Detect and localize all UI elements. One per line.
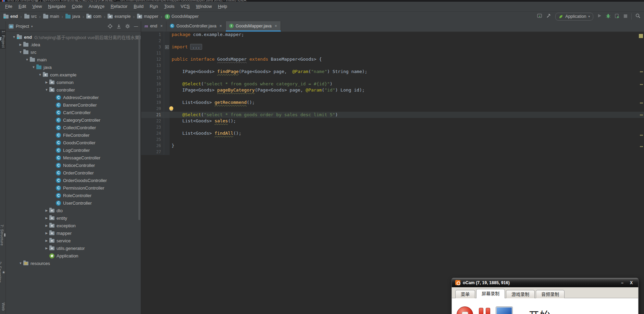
- code-line[interactable]: 21 @Select("select * from goods order by…: [141, 112, 644, 118]
- settings-gear-icon[interactable]: [125, 24, 130, 29]
- tree-row-messagecontroller[interactable]: CMessageController: [6, 154, 141, 161]
- tool-stripe-web[interactable]: Web: [0, 302, 5, 312]
- tree-row-main[interactable]: ▼main: [6, 56, 141, 63]
- menu-item-tools[interactable]: Tools: [161, 2, 177, 11]
- menu-item-file[interactable]: File: [2, 2, 15, 11]
- warning-stripe-mark[interactable]: [640, 84, 643, 85]
- tree-row-addresscontroller[interactable]: CAddressController: [6, 94, 141, 101]
- ocam-tab-menu[interactable]: 菜单: [455, 290, 475, 298]
- menu-item-build[interactable]: Build: [131, 2, 147, 11]
- tree-expand-arrow[interactable]: ▼: [37, 73, 43, 76]
- tree-expand-arrow[interactable]: ▼: [18, 50, 23, 54]
- tree-row-categorycontroller[interactable]: CCategoryController: [6, 116, 141, 124]
- tree-row-resources[interactable]: ▼resources: [6, 259, 141, 267]
- breadcrumb-item-java[interactable]: java: [65, 13, 81, 20]
- code-line[interactable]: 22 List<Goods> sales();: [141, 118, 644, 124]
- tree-row-src[interactable]: ▼src: [6, 48, 141, 56]
- tool-stripe-favorites[interactable]: ★ 2: Favorites: [0, 261, 5, 284]
- tree-row-utils.generator[interactable]: ▶utils.generator: [6, 244, 141, 252]
- code-line[interactable]: 25: [141, 136, 644, 143]
- project-panel-title[interactable]: Project ▾: [9, 24, 33, 29]
- tree-row-goodscontroller[interactable]: CGoodsController: [6, 139, 141, 146]
- tool-windows-icon[interactable]: [537, 13, 542, 20]
- tree-scrollbar[interactable]: [138, 35, 140, 220]
- tree-row-filecontroller[interactable]: CFileController: [6, 131, 141, 139]
- tree-row-bannercontroller[interactable]: CBannerController: [6, 101, 141, 109]
- tab-end[interactable]: m end ×: [141, 21, 166, 32]
- record-stop-button[interactable]: [457, 306, 473, 314]
- tree-row-entity[interactable]: ▶entity: [6, 214, 141, 222]
- code-line[interactable]: 13: [141, 62, 644, 69]
- ocam-tab-screen-record[interactable]: 屏幕录制: [476, 289, 505, 298]
- code-line[interactable]: 11: [141, 50, 644, 56]
- close-icon[interactable]: ×: [160, 24, 163, 28]
- menu-item-run[interactable]: Run: [147, 2, 161, 11]
- locate-file-icon[interactable]: [108, 24, 113, 29]
- ocam-tab-game-record[interactable]: 游戏录制: [506, 290, 535, 298]
- code-line[interactable]: 14 IPage<Goods> findPage(Page<Goods> pag…: [141, 69, 644, 75]
- breadcrumb-item-com[interactable]: com: [86, 13, 102, 20]
- menu-item-edit[interactable]: Edit: [15, 2, 29, 11]
- tree-expand-arrow[interactable]: ▶: [44, 216, 49, 220]
- tree-row-mapper[interactable]: ▶mapper: [6, 229, 141, 237]
- tree-row-com.example[interactable]: ▼com.example: [6, 71, 141, 78]
- code-line[interactable]: 20: [141, 106, 644, 112]
- tab-goodsmapper[interactable]: I GoodsMapper.java ×: [226, 21, 281, 32]
- tree-expand-arrow[interactable]: ▶: [18, 43, 23, 46]
- tree-row-ordergoodscontroller[interactable]: COrderGoodsController: [6, 177, 141, 184]
- code-line[interactable]: 19 List<Goods> getRecommend();: [141, 99, 644, 106]
- search-everywhere-icon[interactable]: [635, 13, 641, 20]
- code-line[interactable]: 2: [141, 38, 644, 44]
- inspection-status-indicator[interactable]: [639, 34, 643, 38]
- intention-bulb-icon[interactable]: [169, 106, 173, 110]
- build-hammer-icon[interactable]: [546, 13, 552, 20]
- tree-row-common[interactable]: ▶common: [6, 78, 141, 86]
- warning-stripe-mark[interactable]: [640, 146, 643, 147]
- tree-row-usercontroller[interactable]: CUserController: [6, 199, 141, 207]
- tree-expand-arrow[interactable]: ▼: [24, 58, 30, 61]
- menu-item-vcs[interactable]: VCS: [177, 2, 193, 11]
- breadcrumb-item-mapper[interactable]: mapper: [136, 13, 159, 20]
- tree-expand-arrow[interactable]: ▼: [44, 88, 49, 92]
- tree-row-ordercontroller[interactable]: COrderController: [6, 169, 141, 177]
- tree-row-exception[interactable]: ▶exception: [6, 222, 141, 229]
- close-icon[interactable]: ×: [275, 24, 277, 28]
- monitor-select-button[interactable]: [496, 307, 511, 314]
- debug-button[interactable]: [606, 13, 611, 20]
- tree-expand-arrow[interactable]: ▶: [44, 246, 49, 250]
- code-editor[interactable]: 1package com.example.mapper;23+import...…: [141, 32, 644, 314]
- menu-item-analyze[interactable]: Analyze: [86, 2, 108, 11]
- menu-item-code[interactable]: Code: [69, 2, 86, 11]
- warning-stripe-mark[interactable]: [640, 102, 643, 104]
- warning-stripe-mark[interactable]: [640, 114, 643, 116]
- code-line[interactable]: 27: [141, 149, 644, 155]
- code-line[interactable]: 15: [141, 75, 644, 81]
- tree-row-.idea[interactable]: ▶.idea: [6, 41, 141, 48]
- tree-expand-arrow[interactable]: ▼: [18, 262, 23, 265]
- tree-expand-arrow[interactable]: ▼: [11, 35, 17, 39]
- breadcrumb-item-goodsmapper[interactable]: IGoodsMapper: [164, 13, 199, 20]
- tab-goodscontroller[interactable]: C GoodsController.java ×: [166, 21, 226, 32]
- run-button[interactable]: [597, 13, 602, 20]
- pause-button[interactable]: [479, 308, 490, 314]
- breadcrumb-item-end[interactable]: end: [3, 13, 18, 20]
- menu-item-help[interactable]: Help: [215, 2, 230, 11]
- tree-row-collectcontroller[interactable]: CCollectController: [6, 124, 141, 131]
- menu-item-navigate[interactable]: Navigate: [45, 2, 69, 11]
- code-line[interactable]: 16 @Select("select * from goods where ca…: [141, 81, 644, 87]
- code-line[interactable]: 18: [141, 93, 644, 99]
- tree-row-logcontroller[interactable]: CLogController: [6, 146, 141, 154]
- breadcrumb-item-src[interactable]: src: [24, 13, 38, 20]
- ocam-tab-audio-record[interactable]: 音频录制: [536, 290, 565, 298]
- code-line[interactable]: 1package com.example.mapper;: [141, 32, 644, 38]
- tree-row-controller[interactable]: ▼controller: [6, 86, 141, 94]
- tree-row-end[interactable]: ▼endG:\shejiing\基于springboot vue前后端分离的在线…: [6, 33, 141, 41]
- collapse-all-icon[interactable]: [116, 24, 121, 29]
- run-configuration-select[interactable]: Application ▾: [555, 13, 593, 21]
- fold-plus-icon[interactable]: +: [165, 45, 169, 49]
- code-line[interactable]: 17 IPage<Goods> pageByCategory(Page<Good…: [141, 87, 644, 93]
- close-button[interactable]: X: [628, 280, 635, 285]
- tree-expand-arrow[interactable]: ▶: [44, 81, 49, 84]
- minimize-button[interactable]: –: [619, 280, 626, 285]
- menu-item-refactor[interactable]: Refactor: [108, 2, 131, 11]
